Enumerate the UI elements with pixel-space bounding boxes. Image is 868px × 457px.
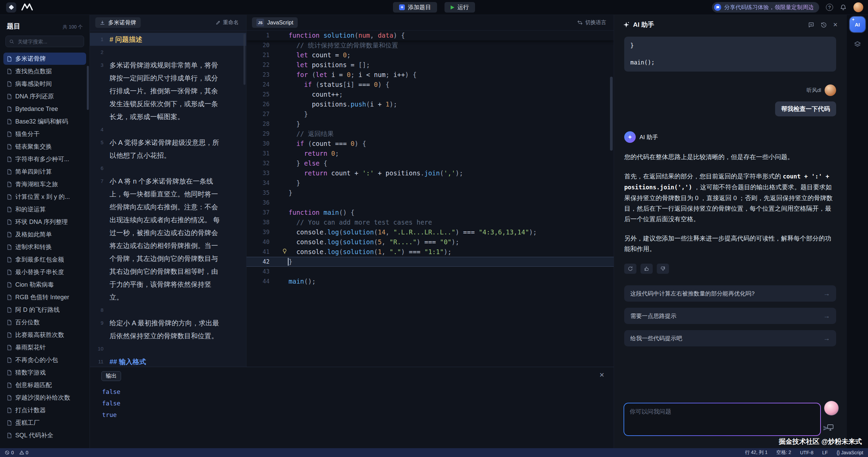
assistant-floating-avatar[interactable] — [824, 401, 839, 416]
sidebar-item[interactable]: 阿 D 的飞行路线 — [3, 304, 86, 316]
cursor-position[interactable]: 行 42, 列 1 — [745, 450, 768, 456]
encoding[interactable]: UTF-8 — [800, 450, 813, 455]
search-box[interactable] — [5, 36, 84, 47]
code-line[interactable]: 28 } — [246, 119, 614, 129]
ai-rail-button[interactable]: AI — [850, 17, 865, 32]
code-line[interactable]: 39 console.log(solution(14, ".L.R...LR..… — [246, 227, 614, 237]
sidebar-item[interactable]: 暴雨梨花针 — [3, 341, 86, 354]
lightbulb-icon[interactable] — [282, 248, 287, 254]
sidebar-item[interactable]: 不再贪心的小包 — [3, 354, 86, 366]
sidebar-item[interactable]: Cion 勒索病毒 — [3, 279, 86, 291]
ai-input-box[interactable] — [624, 403, 821, 436]
sidebar-item[interactable]: 字符串有多少种可... — [3, 153, 86, 165]
add-problem-button[interactable]: + 添加题目 — [393, 2, 437, 13]
code-line[interactable]: 29 // 返回结果 — [246, 129, 614, 139]
promo-banner[interactable]: 分享代码练习体验，领限量定制周边 — [712, 2, 819, 13]
sidebar-item[interactable]: 和的逆运算 — [3, 203, 86, 215]
sidebar-item[interactable]: 计算位置 x 到 y 的... — [3, 191, 86, 203]
sidebar-item[interactable]: 创意标题匹配 — [3, 379, 86, 391]
sidebar-item[interactable]: 蛋糕工厂 — [3, 417, 86, 429]
code-line[interactable]: 32 } else { — [246, 158, 614, 168]
code-line[interactable]: 43 — [246, 267, 614, 277]
sidebar-item[interactable]: 链表聚集交换 — [3, 140, 86, 153]
language-mode[interactable]: {} JavaScript — [836, 450, 863, 455]
code-line[interactable]: 27 } — [246, 109, 614, 119]
code-editor[interactable]: 1function solution(num, data) { 20 // 统计… — [246, 31, 614, 367]
search-input[interactable] — [17, 38, 80, 45]
sidebar-item[interactable]: 拿到最多红包金额 — [3, 253, 86, 266]
ai-input[interactable] — [624, 403, 820, 435]
code-line[interactable]: 21 let count = 0; — [246, 50, 614, 60]
output-tab[interactable]: 输出 — [101, 371, 121, 381]
sidebar-item[interactable]: 多米诺骨牌 — [3, 53, 86, 65]
sidebar-item[interactable]: 青海湖租车之旅 — [3, 178, 86, 190]
sidebar-item[interactable]: 及格如此简单 — [3, 228, 86, 241]
code-line[interactable]: 26 positions.push(i + 1); — [246, 99, 614, 109]
sidebar-item[interactable]: 病毒感染时间 — [3, 78, 86, 90]
sidebar-item[interactable]: RGB 色值转 Integer — [3, 291, 86, 303]
code-line[interactable]: 35} — [246, 188, 614, 198]
sidebar-item[interactable]: 比赛最高获胜次数 — [3, 329, 86, 341]
user-avatar[interactable] — [853, 2, 863, 12]
language-chip[interactable]: JS JavaScript — [252, 17, 298, 28]
regenerate-icon[interactable] — [624, 264, 636, 274]
sidebar-item[interactable]: 百分位数 — [3, 316, 86, 328]
app-logo[interactable] — [6, 2, 16, 13]
errors-indicator[interactable]: 0 — [5, 450, 14, 455]
switch-language-button[interactable]: 切换语言 — [575, 19, 608, 26]
sidebar-scrollbar[interactable] — [87, 66, 89, 110]
sticky-scroll-line[interactable]: 1function solution(num, data) { — [246, 31, 614, 40]
help-icon[interactable]: ? — [826, 4, 833, 11]
sidebar-item[interactable]: 最小替换子串长度 — [3, 266, 86, 278]
thumbs-down-icon[interactable] — [657, 264, 669, 274]
history-icon[interactable] — [821, 22, 827, 28]
sidebar-item[interactable]: 简单四则计算 — [3, 166, 86, 178]
open-chat-icon[interactable] — [808, 22, 814, 28]
suggestion-chip[interactable]: 需要一点思路提示→ — [624, 308, 836, 324]
description-scrollbar[interactable] — [243, 34, 245, 85]
sidebar-item[interactable]: Base32 编码和解码 — [3, 115, 86, 128]
code-line[interactable]: 44main(); — [246, 277, 614, 286]
indent-setting[interactable]: 空格: 2 — [776, 450, 791, 456]
screen-tool-icon[interactable] — [825, 424, 836, 431]
sidebar-item[interactable]: 进制求和转换 — [3, 241, 86, 253]
output-close-icon[interactable]: × — [597, 370, 606, 380]
sidebar-item[interactable]: DNA 序列还原 — [3, 90, 86, 102]
close-panel-icon[interactable]: × — [833, 21, 837, 28]
problem-title-chip[interactable]: 多米诺骨牌 — [95, 17, 141, 28]
sidebar-item[interactable]: 猫鱼分干 — [3, 128, 86, 140]
ai-chat-scroll[interactable]: }main(); 听风dl 帮我检查一下代码 AI 助手 您的代码在整体思路上是… — [614, 35, 846, 395]
sidebar-item[interactable]: 穿越沙漠的补给次数 — [3, 392, 86, 404]
code-line[interactable]: 20 // 统计保持竖立的骨牌数量和位置 — [246, 40, 614, 50]
code-line[interactable]: 37function main() { — [246, 208, 614, 217]
run-button[interactable]: 运行 — [445, 2, 475, 13]
code-line[interactable]: 33 return count + ':' + positions.join('… — [246, 168, 614, 178]
sidebar-item[interactable]: SQL 代码补全 — [3, 429, 86, 441]
code-line[interactable]: 30 if (count === 0) { — [246, 139, 614, 149]
code-line[interactable]: 25 count++; — [246, 90, 614, 99]
code-line[interactable]: 23 for (let i = 0; i < num; i++) { — [246, 70, 614, 80]
sidebar-item[interactable]: Bytedance Tree — [3, 103, 86, 115]
thumbs-up-icon[interactable] — [640, 264, 653, 274]
suggestion-chip[interactable]: 给我一些代码提示吧→ — [624, 330, 836, 346]
sidebar-item[interactable]: 环状 DNA 序列整理 — [3, 216, 86, 228]
code-line[interactable]: 31 return 0; — [246, 149, 614, 158]
code-line[interactable]: 38 // You can add more test cases here — [246, 217, 614, 227]
rename-button[interactable]: 重命名 — [214, 19, 241, 26]
code-line[interactable]: 41 console.log(solution(1, ".") === "1:1… — [246, 247, 614, 257]
sidebar-item[interactable]: 猜数字游戏 — [3, 366, 86, 379]
sidebar-item[interactable]: 查找热点数据 — [3, 65, 86, 77]
widgets-icon[interactable] — [852, 40, 863, 49]
marscode-logo-icon[interactable] — [21, 2, 33, 13]
code-line[interactable]: 42} — [246, 257, 614, 267]
code-line[interactable]: 40 console.log(solution(5, "R....") === … — [246, 237, 614, 247]
code-line[interactable]: 1function solution(num, data) { — [246, 31, 614, 40]
editor-scrollbar[interactable] — [610, 77, 613, 151]
suggestion-chip[interactable]: 这段代码中计算左右被推数量的部分能再优化吗?→ — [624, 285, 836, 302]
code-line[interactable]: 36 — [246, 198, 614, 208]
notification-bell-icon[interactable] — [840, 4, 847, 11]
warnings-indicator[interactable]: 0 — [19, 450, 28, 455]
code-line[interactable]: 22 let positions = []; — [246, 60, 614, 70]
code-line[interactable]: 34 } — [246, 178, 614, 188]
eol-setting[interactable]: LF — [822, 450, 828, 455]
